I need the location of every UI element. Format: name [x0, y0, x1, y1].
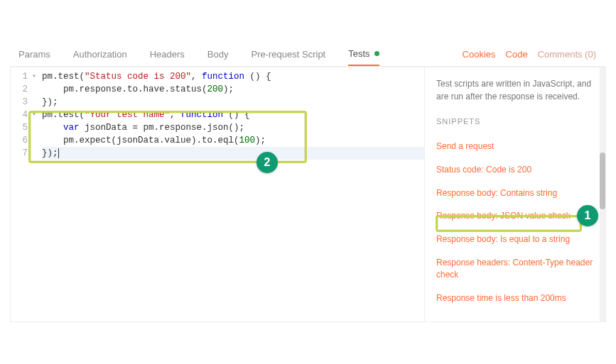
- snippets-scrollbar-thumb[interactable]: [600, 153, 605, 209]
- code-link[interactable]: Code: [506, 49, 528, 60]
- line-number-gutter: 1 2 3 4 5 6 7: [11, 70, 32, 160]
- snippet-send-request[interactable]: Send a request: [436, 137, 598, 156]
- cursor-icon: [58, 148, 59, 158]
- tab-params[interactable]: Params: [18, 43, 50, 65]
- snippet-response-time[interactable]: Response time is less than 200ms: [436, 289, 598, 308]
- fold-gutter: ▾ ▾: [32, 70, 42, 160]
- snippet-body-contains-string[interactable]: Response body: Contains string: [436, 184, 598, 203]
- snippets-pane: Test scripts are written in JavaScript, …: [424, 67, 606, 322]
- tab-tests[interactable]: Tests: [348, 43, 379, 66]
- tab-prerequest-script[interactable]: Pre-request Script: [251, 43, 325, 65]
- tab-body[interactable]: Body: [207, 43, 229, 65]
- cookies-link[interactable]: Cookies: [463, 49, 496, 60]
- snippets-heading: SNIPPETS: [436, 117, 598, 126]
- tests-editor[interactable]: 1 2 3 4 5 6 7 ▾ ▾ p: [10, 67, 424, 322]
- tab-authorization[interactable]: Authorization: [73, 43, 127, 65]
- snippet-body-json-value-check[interactable]: Response body: JSON value check: [436, 206, 598, 226]
- tab-secondary-links: Cookies Code Comments (0): [463, 49, 606, 60]
- tests-indicator-icon: [374, 51, 379, 56]
- tab-tests-label: Tests: [348, 48, 369, 59]
- code-content[interactable]: pm.test("Status code is 200", function (…: [42, 70, 424, 160]
- snippet-status-200[interactable]: Status code: Code is 200: [436, 160, 598, 180]
- snippet-body-equal-string[interactable]: Response body: Is equal to a string: [436, 230, 598, 249]
- request-tabs: Params Authorization Headers Body Pre-re…: [10, 10, 606, 67]
- comments-link[interactable]: Comments (0): [538, 49, 596, 60]
- snippet-headers-content-type[interactable]: Response headers: Content-Type header ch…: [436, 253, 598, 285]
- snippets-description: Test scripts are written in JavaScript, …: [436, 77, 598, 103]
- tab-headers[interactable]: Headers: [150, 43, 185, 65]
